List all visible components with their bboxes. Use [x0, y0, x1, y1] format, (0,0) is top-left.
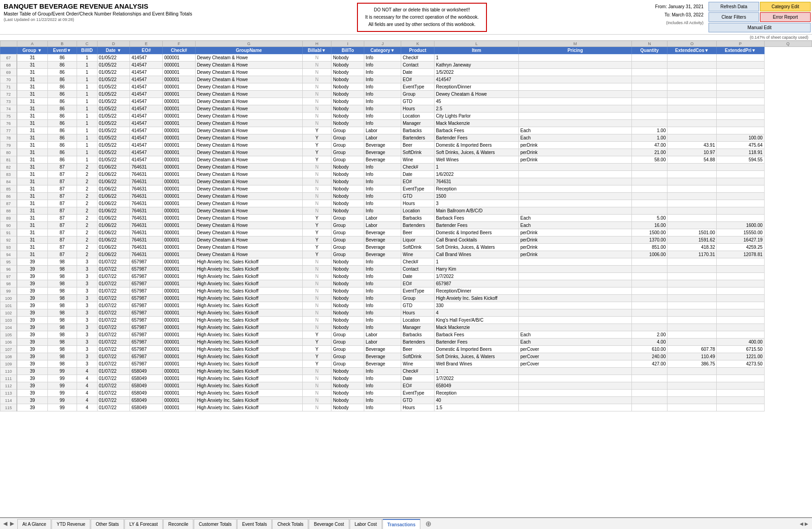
table-cell: 110.49	[667, 353, 717, 360]
table-cell: 1500.00	[632, 229, 667, 236]
tab-transactions[interactable]: Transactions	[383, 519, 421, 529]
table-cell	[717, 98, 764, 105]
table-cell: 31	[17, 69, 47, 76]
tab-reconcile[interactable]: Reconcile	[163, 519, 193, 529]
table-cell	[632, 98, 667, 105]
table-cell: 101	[0, 302, 17, 309]
table-cell: Check#	[401, 258, 434, 266]
table-cell	[667, 105, 717, 113]
table-cell: 73	[0, 98, 17, 105]
table-cell: 01/06/22	[97, 164, 130, 171]
table-cell: 98	[47, 331, 77, 339]
table-cell	[717, 382, 764, 390]
tab-customer-totals[interactable]: Customer Totals	[194, 519, 237, 529]
tab-ytd-revenue[interactable]: YTD Revenue	[52, 519, 90, 529]
header-product[interactable]: Product	[401, 47, 434, 54]
table-cell	[717, 390, 764, 397]
tab-at-a-glance[interactable]: At A Glance	[17, 519, 51, 529]
table-cell: Well Brand Wines	[434, 360, 519, 368]
table-cell: Nobody	[331, 98, 364, 105]
table-cell: 1006.00	[632, 251, 667, 258]
tab-check-totals[interactable]: Check Totals	[272, 519, 308, 529]
table-cell: Beer	[401, 229, 434, 236]
table-cell	[667, 317, 717, 324]
table-cell: Reception	[434, 390, 519, 397]
table-cell: Wine	[401, 156, 434, 164]
table-cell: 1	[77, 62, 97, 69]
table-cell: 000001	[163, 164, 196, 171]
table-row: 1073998301/07/22657987000001High Anxiety…	[0, 346, 812, 353]
header-eo[interactable]: EO#	[130, 47, 163, 54]
refresh-button[interactable]: Refresh Data	[709, 2, 759, 11]
table-cell: High Anxiety Inc. Sales Kickoff	[195, 258, 302, 266]
table-row: 1083998301/07/22657987000001High Anxiety…	[0, 353, 812, 360]
table-cell: 01/05/22	[97, 156, 130, 164]
table-cell	[519, 178, 632, 185]
header-item[interactable]: Item	[434, 47, 519, 54]
table-cell: 000001	[163, 258, 196, 266]
table-cell: 98	[47, 280, 77, 288]
scroll-bar-area[interactable]: ◀ ▶	[798, 521, 810, 526]
table-cell: N	[302, 178, 331, 185]
table-cell: EO#	[401, 280, 434, 288]
table-cell: Nobody	[331, 193, 364, 200]
error-report-button[interactable]: Error Report	[760, 12, 811, 22]
table-cell: Y	[302, 229, 331, 236]
header-extprice[interactable]: ExtendedPri▼	[717, 47, 764, 54]
spreadsheet-area[interactable]: A B C D E F G H I J K L M N O P Q	[0, 41, 812, 517]
table-cell	[717, 91, 764, 98]
header-pricing[interactable]: Pricing	[519, 47, 632, 54]
table-cell: Info	[364, 62, 401, 69]
table-cell	[519, 273, 632, 280]
header-date[interactable]: Date ▼	[97, 47, 130, 54]
header-category[interactable]: Category▼	[364, 47, 401, 54]
header-extcost[interactable]: ExtendedCos▼	[667, 47, 717, 54]
tab-scroll-right[interactable]: ▶	[9, 520, 16, 527]
tab-beverage-cost[interactable]: Beverage Cost	[309, 519, 349, 529]
header-billable[interactable]: Billabl▼	[302, 47, 331, 54]
tab-ly-&-forecast[interactable]: LY & Forecast	[124, 519, 163, 529]
table-cell	[667, 404, 717, 411]
table-cell: 31	[17, 178, 47, 185]
table-cell: 45	[434, 98, 519, 105]
clear-filters-button[interactable]: Clear Filters	[709, 12, 759, 22]
header-group[interactable]: Group ▼	[17, 47, 47, 54]
add-tab-button[interactable]: ⊕	[423, 519, 434, 528]
tab-labor-cost[interactable]: Labor Cost	[350, 519, 382, 529]
header-check[interactable]: Check#	[163, 47, 196, 54]
table-cell	[519, 171, 632, 178]
table-cell: 414547	[130, 156, 163, 164]
table-cell: 98	[47, 302, 77, 309]
table-cell: 98	[47, 273, 77, 280]
table-cell	[632, 258, 667, 266]
tab-scroll-left[interactable]: ◀	[2, 520, 9, 527]
table-cell	[717, 397, 764, 404]
header-eventid[interactable]: EventI▼	[47, 47, 77, 54]
table-cell	[519, 113, 632, 120]
category-edit-button[interactable]: Category Edit	[760, 2, 811, 11]
table-cell: perDrink	[519, 229, 632, 236]
table-cell: 98	[47, 324, 77, 331]
tab-event-totals[interactable]: Event Totals	[237, 519, 272, 529]
table-cell: 657987	[130, 302, 163, 309]
col-letter-rownum	[0, 41, 17, 47]
table-cell: 31	[17, 127, 47, 134]
header-billid[interactable]: BillID	[77, 47, 97, 54]
header-billto[interactable]: BillTo	[331, 47, 364, 54]
table-cell: 4	[77, 368, 97, 375]
table-cell: Dewey Cheatam & Howe	[195, 236, 302, 244]
header-quantity[interactable]: Quantity	[632, 47, 667, 54]
table-cell	[717, 215, 764, 222]
tab-other-stats[interactable]: Other Stats	[91, 519, 124, 529]
header-groupname[interactable]: GroupName	[195, 47, 302, 54]
table-cell: 658049	[130, 404, 163, 411]
table-cell	[632, 200, 667, 207]
table-row: 1003998301/07/22657987000001High Anxiety…	[0, 295, 812, 302]
table-cell: 01/06/22	[97, 244, 130, 251]
notice-line-3: All fields are used by other sections of…	[365, 21, 479, 28]
table-cell: 01/06/22	[97, 200, 130, 207]
manual-edit-button[interactable]: Manual Edit	[709, 23, 811, 32]
table-cell	[717, 83, 764, 91]
table-row: 893187201/06/22764631000001Dewey Cheatam…	[0, 215, 812, 222]
table-cell: 414547	[130, 69, 163, 76]
